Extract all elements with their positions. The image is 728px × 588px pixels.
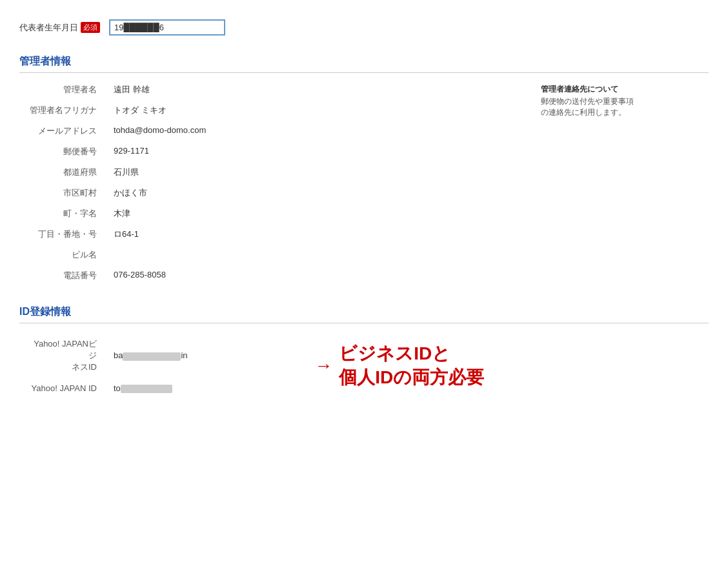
admin-info-table: 管理者名 遠田 幹雄 管理者連絡先について 郵便物の送付先や重要事項の連絡先に利… bbox=[19, 79, 709, 286]
id-section-title: ID登録情報 bbox=[19, 305, 709, 323]
email-value: tohda@domo-domo.com bbox=[103, 121, 515, 141]
admin-name-label: 管理者名 bbox=[19, 79, 103, 100]
business-id-value: ba in bbox=[103, 333, 295, 378]
address-label: 丁目・番地・号 bbox=[19, 224, 103, 245]
required-badge: 必須 bbox=[81, 22, 100, 33]
address-value: ロ64-1 bbox=[103, 224, 515, 245]
admin-name-value: 遠田 幹雄 bbox=[103, 79, 515, 100]
note-title: 管理者連絡先について bbox=[541, 84, 702, 95]
annotation-line1: ビジネスIDと bbox=[339, 342, 484, 365]
business-id-label: Yahoo! JAPANビジネスID bbox=[19, 333, 103, 378]
town-label: 町・字名 bbox=[19, 203, 103, 224]
dob-input[interactable] bbox=[109, 19, 225, 35]
phone-label: 電話番号 bbox=[19, 265, 103, 286]
business-id-prefix: ba bbox=[114, 350, 123, 360]
prefecture-value: 石川県 bbox=[103, 162, 515, 183]
note-text: 郵便物の送付先や重要事項の連絡先に利用します。 bbox=[541, 96, 702, 118]
admin-note-cell: 管理者連絡先について 郵便物の送付先や重要事項の連絡先に利用します。 bbox=[515, 79, 709, 286]
yahoo-id-value: to bbox=[103, 378, 295, 398]
table-row: Yahoo! JAPANビジネスID ba in → ビジネスIDと 個人IDの… bbox=[19, 333, 709, 378]
email-label: メールアドレス bbox=[19, 121, 103, 141]
city-value: かほく市 bbox=[103, 183, 515, 203]
admin-section-header: 管理者情報 bbox=[19, 55, 709, 73]
postal-label: 郵便番号 bbox=[19, 141, 103, 162]
business-id-suffix: in bbox=[181, 350, 187, 360]
yahoo-id-blur bbox=[121, 385, 172, 393]
id-table: Yahoo! JAPANビジネスID ba in → ビジネスIDと 個人IDの… bbox=[19, 333, 709, 398]
phone-value: 076-285-8058 bbox=[103, 265, 515, 286]
business-id-blur bbox=[123, 352, 181, 361]
city-label: 市区町村 bbox=[19, 183, 103, 203]
admin-furigana-label: 管理者名フリガナ bbox=[19, 100, 103, 121]
yahoo-id-prefix: to bbox=[114, 383, 121, 393]
yahoo-id-label: Yahoo! JAPAN ID bbox=[19, 378, 103, 398]
prefecture-label: 都道府県 bbox=[19, 162, 103, 183]
annotation-text-block: ビジネスIDと 個人IDの両方必要 bbox=[339, 342, 484, 389]
admin-furigana-value: トオダ ミキオ bbox=[103, 100, 515, 121]
id-section-header: ID登録情報 bbox=[19, 305, 709, 323]
admin-section-title: 管理者情報 bbox=[19, 55, 709, 73]
id-annotation-cell: → ビジネスIDと 個人IDの両方必要 bbox=[295, 333, 709, 398]
dob-section: 代表者生年月日 必須 bbox=[19, 13, 709, 35]
table-row: 管理者名 遠田 幹雄 管理者連絡先について 郵便物の送付先や重要事項の連絡先に利… bbox=[19, 79, 709, 100]
dob-label: 代表者生年月日 bbox=[19, 22, 78, 34]
building-label: ビル名 bbox=[19, 245, 103, 265]
building-value bbox=[103, 245, 515, 265]
annotation-line2: 個人IDの両方必要 bbox=[339, 366, 484, 389]
id-annotation-container: → ビジネスIDと 個人IDの両方必要 bbox=[314, 342, 702, 389]
annotation-arrow: → bbox=[314, 356, 332, 376]
town-value: 木津 bbox=[103, 203, 515, 224]
postal-value: 929-1171 bbox=[103, 141, 515, 162]
